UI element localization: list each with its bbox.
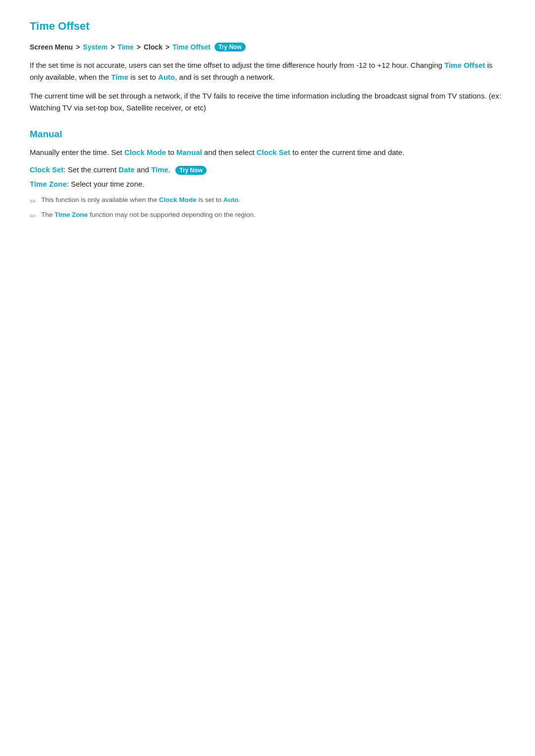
breadcrumb-time[interactable]: Time (117, 43, 133, 51)
auto-link-2[interactable]: Auto (223, 196, 239, 203)
time-zone-line: Time Zone: Select your time zone. (30, 180, 505, 188)
pencil-icon-1: ✏ (30, 197, 36, 206)
breadcrumb-sep-4: > (165, 43, 169, 51)
breadcrumb-screen-menu: Screen Menu (30, 43, 73, 51)
note-item-2: ✏ The Time Zone function may not be supp… (30, 211, 505, 221)
breadcrumb-clock: Clock (144, 43, 162, 51)
breadcrumb: Screen Menu > System > Time > Clock > Ti… (30, 43, 505, 51)
pencil-icon-2: ✏ (30, 211, 36, 221)
clock-mode-link-2[interactable]: Clock Mode (159, 196, 197, 203)
intro-paragraph-1: If the set time is not accurate, users c… (30, 59, 505, 83)
try-now-badge-breadcrumb[interactable]: Try Now (214, 43, 246, 51)
clock-set-link-1[interactable]: Clock Set (257, 148, 290, 156)
breadcrumb-sep-2: > (110, 43, 114, 51)
manual-link[interactable]: Manual (176, 148, 202, 156)
date-link[interactable]: Date (118, 165, 135, 174)
note-text-1: This function is only available when the… (41, 196, 240, 203)
manual-section-title: Manual (30, 129, 505, 140)
breadcrumb-system[interactable]: System (83, 43, 107, 51)
auto-link-1[interactable]: Auto (158, 73, 175, 81)
time-offset-link-1[interactable]: Time Offset (444, 61, 485, 69)
time-zone-desc: : Select your time zone. (67, 180, 145, 188)
page-title: Time Offset (30, 20, 505, 33)
breadcrumb-sep-1: > (76, 43, 80, 51)
time-zone-label[interactable]: Time Zone (30, 180, 67, 188)
breadcrumb-sep-3: > (137, 43, 141, 51)
try-now-badge-clock-set[interactable]: Try Now (175, 166, 207, 175)
note-item-1: ✏ This function is only available when t… (30, 196, 505, 206)
clock-set-label[interactable]: Clock Set (30, 165, 63, 174)
clock-mode-link-1[interactable]: Clock Mode (124, 148, 166, 156)
time-link-1[interactable]: Time (111, 73, 128, 81)
breadcrumb-time-offset[interactable]: Time Offset (172, 43, 211, 51)
clock-set-line: Clock Set: Set the current Date and Time… (30, 165, 505, 175)
note-text-2: The Time Zone function may not be suppor… (41, 211, 256, 218)
intro-paragraph-2: The current time will be set through a n… (30, 90, 505, 114)
manual-paragraph: Manually enter the time. Set Clock Mode … (30, 147, 505, 158)
notes-list: ✏ This function is only available when t… (30, 196, 505, 221)
time-link-2[interactable]: Time (151, 165, 168, 174)
time-zone-link[interactable]: Time Zone (54, 211, 88, 218)
